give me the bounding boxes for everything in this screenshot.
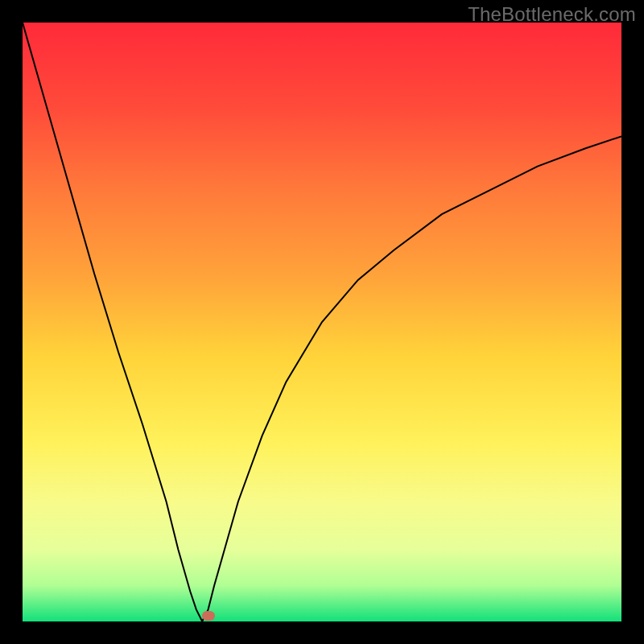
plot-area (23, 23, 621, 621)
chart-frame: TheBottleneck.com (0, 0, 644, 644)
plot-svg (23, 23, 621, 621)
watermark-text: TheBottleneck.com (468, 3, 636, 26)
